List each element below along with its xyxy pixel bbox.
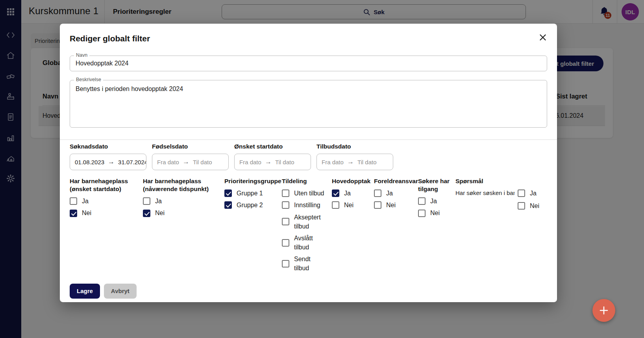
checkbox-option-nei[interactable]: Nei bbox=[70, 208, 139, 217]
dialog-title: Rediger globalt filter bbox=[70, 34, 547, 43]
date-group-fodselsdato: Fødselsdato Fra dato → Til dato bbox=[152, 143, 229, 170]
date-group-onsket-startdato: Ønsket startdato Fra dato → Til dato bbox=[234, 143, 311, 170]
soknadsdato-range-input[interactable]: 01.08.2023 → 31.07.2024 bbox=[70, 154, 146, 170]
filter-group-prioriteringsgruppe: Prioriteringsgruppe Gruppe 1Gruppe 2 bbox=[224, 177, 277, 213]
checkbox-option-gruppe-2[interactable]: Gruppe 2 bbox=[224, 201, 277, 210]
checkbox-label: Nei bbox=[155, 208, 165, 217]
section-divider bbox=[60, 139, 557, 140]
question-row: Har søker søsken i bar... JaNei bbox=[455, 189, 547, 214]
checkbox-label: Innstilling bbox=[294, 201, 320, 210]
arrow-right-icon: → bbox=[347, 158, 354, 166]
checkbox-checked[interactable] bbox=[143, 210, 150, 217]
checkbox-unchecked[interactable] bbox=[282, 189, 289, 197]
checkbox-checked[interactable] bbox=[224, 201, 232, 209]
filter-group-tildeling: Tildeling Uten tilbudInnstillingAksepter… bbox=[282, 177, 327, 276]
checkbox-label: Ja bbox=[155, 197, 162, 206]
checkbox-option-akseptert-tilbud[interactable]: Akseptert tilbud bbox=[282, 213, 327, 231]
checkbox-label: Ja bbox=[430, 197, 437, 206]
checkbox-label: Ja bbox=[386, 189, 393, 198]
checkbox-option-innstilling[interactable]: Innstilling bbox=[282, 201, 327, 210]
checkbox-option-uten-tilbud[interactable]: Uten tilbud bbox=[282, 189, 327, 198]
date-group-soknadsdato: Søknadsdato 01.08.2023 → 31.07.2024 bbox=[70, 143, 146, 170]
checkbox-option-nei[interactable]: Nei bbox=[374, 201, 413, 210]
checkbox-option-ja[interactable]: Ja bbox=[143, 197, 220, 206]
checkbox-label: Gruppe 1 bbox=[237, 189, 263, 198]
date-from[interactable]: Fra dato bbox=[239, 159, 261, 165]
name-field: Navn bbox=[70, 56, 547, 71]
checkbox-option-nei[interactable]: Nei bbox=[418, 208, 451, 217]
checkbox-label: Avslått tilbud bbox=[294, 234, 327, 252]
checkbox-label: Ja bbox=[530, 189, 537, 198]
checkbox-unchecked[interactable] bbox=[374, 201, 381, 209]
checkbox-option-gruppe-1[interactable]: Gruppe 1 bbox=[224, 189, 277, 198]
checkbox-option-nei[interactable]: Nei bbox=[332, 201, 369, 210]
cancel-button[interactable]: Avbryt bbox=[104, 284, 137, 299]
checkbox-unchecked[interactable] bbox=[418, 210, 426, 217]
save-button[interactable]: Lagre bbox=[70, 284, 100, 299]
checkbox-unchecked[interactable] bbox=[518, 189, 525, 197]
arrow-right-icon: → bbox=[265, 158, 272, 166]
date-group-tilbudsdato: Tilbudsdato Fra dato → Til dato bbox=[316, 143, 393, 170]
checkbox-option-sendt-tilbud[interactable]: Sendt tilbud bbox=[282, 254, 327, 273]
checkbox-unchecked[interactable] bbox=[70, 197, 77, 205]
checkbox-label: Nei bbox=[386, 201, 396, 210]
filter-group-title: Har barnehageplass (ønsket startdato) bbox=[70, 177, 139, 193]
filter-group-title: Søkere har tilgang bbox=[418, 177, 451, 193]
checkbox-label: Akseptert tilbud bbox=[294, 213, 327, 231]
checkbox-option-ja[interactable]: Ja bbox=[418, 197, 451, 206]
tilbudsdato-range-input[interactable]: Fra dato → Til dato bbox=[316, 154, 393, 170]
checkbox-option-avsl-tt-tilbud[interactable]: Avslått tilbud bbox=[282, 234, 327, 252]
close-dialog-button[interactable] bbox=[537, 32, 549, 43]
date-group-label: Tilbudsdato bbox=[316, 143, 393, 150]
checkbox-unchecked[interactable] bbox=[282, 218, 289, 225]
checkbox-option-nei[interactable]: Nei bbox=[518, 201, 539, 210]
checkbox-filters-section: Har barnehageplass (ønsket startdato) Ja… bbox=[70, 177, 547, 276]
date-group-label: Fødselsdato bbox=[152, 143, 229, 150]
arrow-right-icon: → bbox=[183, 158, 189, 166]
fodselsdato-range-input[interactable]: Fra dato → Til dato bbox=[152, 154, 229, 170]
checkbox-unchecked[interactable] bbox=[282, 239, 289, 247]
description-field: Beskrivelse bbox=[70, 80, 547, 128]
filter-group-title: Foreldreansvar bbox=[374, 177, 413, 185]
checkbox-unchecked[interactable] bbox=[282, 260, 289, 267]
checkbox-checked[interactable] bbox=[224, 189, 232, 197]
checkbox-label: Gruppe 2 bbox=[237, 201, 263, 210]
checkbox-checked[interactable] bbox=[70, 210, 77, 217]
filter-group-sokere-har-tilgang: Søkere har tilgang JaNei bbox=[418, 177, 451, 221]
checkbox-unchecked[interactable] bbox=[332, 201, 339, 209]
checkbox-unchecked[interactable] bbox=[374, 189, 381, 197]
checkbox-option-ja[interactable]: Ja bbox=[332, 189, 369, 198]
edit-global-filter-dialog: Rediger globalt filter Navn Beskrivelse … bbox=[60, 24, 557, 302]
date-from[interactable]: 01.08.2023 bbox=[75, 159, 104, 165]
date-to[interactable]: 31.07.2024 bbox=[118, 159, 146, 165]
checkbox-unchecked[interactable] bbox=[418, 197, 426, 205]
checkbox-label: Ja bbox=[82, 197, 89, 206]
date-from[interactable]: Fra dato bbox=[322, 159, 344, 165]
checkbox-checked[interactable] bbox=[332, 189, 339, 197]
date-to[interactable]: Til dato bbox=[193, 159, 212, 165]
date-from[interactable]: Fra dato bbox=[157, 159, 179, 165]
filter-group-har-barnehageplass-onsket: Har barnehageplass (ønsket startdato) Ja… bbox=[70, 177, 139, 221]
arrow-right-icon: → bbox=[108, 158, 115, 166]
date-to[interactable]: Til dato bbox=[357, 159, 377, 165]
checkbox-label: Ja bbox=[344, 189, 351, 198]
onsket-startdato-range-input[interactable]: Fra dato → Til dato bbox=[234, 154, 311, 170]
app-screen: Kurskommune 1 Prioriteringsregler Søk 11… bbox=[0, 0, 644, 338]
checkbox-unchecked[interactable] bbox=[518, 202, 525, 210]
dialog-actions: Lagre Avbryt bbox=[70, 284, 547, 299]
checkbox-option-ja[interactable]: Ja bbox=[518, 189, 539, 198]
checkbox-label: Nei bbox=[530, 201, 539, 210]
date-to[interactable]: Til dato bbox=[275, 159, 294, 165]
plus-icon bbox=[599, 305, 609, 316]
name-field-label: Navn bbox=[74, 52, 89, 58]
name-input[interactable] bbox=[70, 56, 547, 71]
checkbox-unchecked[interactable] bbox=[282, 201, 289, 209]
description-textarea[interactable] bbox=[70, 80, 547, 126]
checkbox-option-ja[interactable]: Ja bbox=[374, 189, 413, 198]
checkbox-option-nei[interactable]: Nei bbox=[143, 208, 220, 217]
filter-group-title: Spørsmål bbox=[455, 177, 547, 185]
filter-group-sporsmal: Spørsmål Har søker søsken i bar... JaNei bbox=[455, 177, 547, 214]
add-fab-button[interactable] bbox=[592, 299, 615, 322]
checkbox-option-ja[interactable]: Ja bbox=[70, 197, 139, 206]
checkbox-unchecked[interactable] bbox=[143, 197, 150, 205]
